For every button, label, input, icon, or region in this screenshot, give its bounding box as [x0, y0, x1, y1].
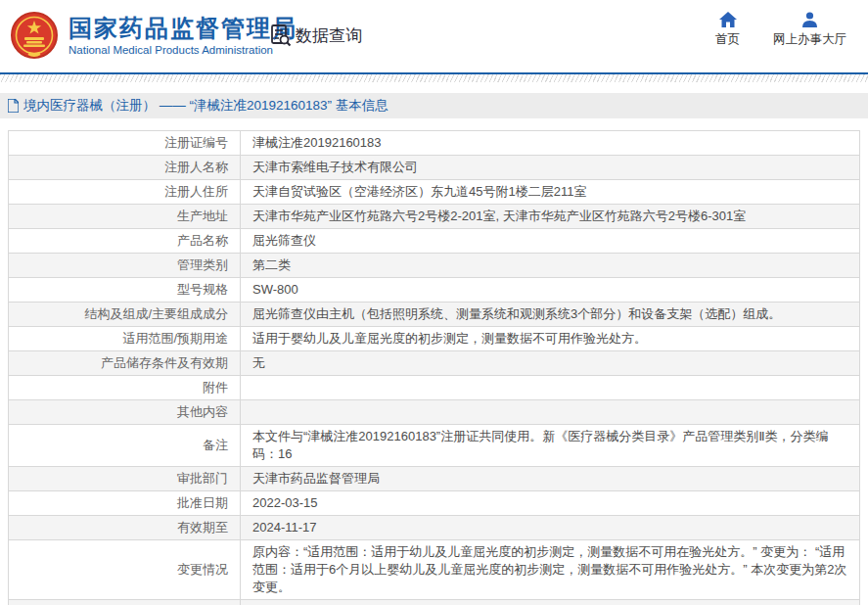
document-icon: [8, 99, 19, 113]
agency-logo[interactable]: 国家药品监督管理局 National Medical Products Admi…: [10, 9, 297, 62]
row-label: 其他内容: [9, 400, 241, 425]
row-value: 无: [241, 351, 860, 376]
table-row: 注 详情: [9, 600, 860, 605]
row-label: 注册人名称: [9, 156, 241, 180]
agency-text: 国家药品监督管理局 National Medical Products Admi…: [69, 15, 297, 56]
row-label: 生产地址: [9, 205, 241, 229]
header: 国家药品监督管理局 National Medical Products Admi…: [0, 0, 868, 72]
row-value: 天津自贸试验区（空港经济区）东九道45号附1楼二层211室: [241, 180, 860, 205]
data-query-tab[interactable]: 数据查询: [270, 23, 362, 47]
row-label: 结构及组成/主要组成成分: [9, 302, 241, 327]
nav-home-label: 首页: [715, 31, 740, 48]
row-value: 津械注准20192160183: [241, 131, 860, 156]
table-row: 变更情况原内容：“适用范围：适用于幼儿及儿童屈光度的初步测定，测量数据不可用在验…: [9, 540, 860, 600]
row-label: 注册人住所: [9, 180, 241, 205]
row-value: 2024-11-17: [241, 516, 860, 540]
table-row: 注册人住所天津自贸试验区（空港经济区）东九道45号附1楼二层211室: [9, 180, 860, 205]
row-label: 审批部门: [9, 467, 241, 491]
table-row: 审批部门天津市药品监督管理局: [9, 467, 860, 491]
row-label: 管理类别: [9, 254, 241, 278]
nav-service-hall-label: 网上办事大厅: [773, 31, 846, 48]
table-row: 备注本文件与“津械注准20192160183”注册证共同使用。新《医疗器械分类目…: [9, 425, 860, 467]
row-label: 产品名称: [9, 229, 241, 254]
table-row: 结构及组成/主要组成成分屈光筛查仪由主机（包括照明系统、测量系统和观测系统3个部…: [9, 302, 860, 327]
row-value: [241, 376, 860, 400]
agency-title: 国家药品监督管理局: [69, 15, 297, 42]
row-label: 注册证编号: [9, 131, 241, 156]
row-value: 详情: [241, 600, 860, 605]
table-row: 生产地址天津市华苑产业区竹苑路六号2号楼2-201室, 天津市华苑产业区竹苑路六…: [9, 205, 860, 229]
person-icon: [801, 12, 818, 27]
row-value: 适用于婴幼儿及儿童屈光度的初步测定，测量数据不可用作验光处方。: [241, 327, 860, 351]
table-row: 有效期至2024-11-17: [9, 516, 860, 540]
table-row: 产品储存条件及有效期无: [9, 351, 860, 376]
row-value: SW-800: [241, 278, 860, 302]
row-value: 屈光筛查仪由主机（包括照明系统、测量系统和观测系统3个部分）和设备支架（选配）组…: [241, 302, 860, 327]
breadcrumb-text: 境内医疗器械（注册） —— “津械注准20192160183” 基本信息: [23, 97, 388, 115]
table-row: 产品名称屈光筛查仪: [9, 229, 860, 254]
table-row: 附件: [9, 376, 860, 400]
breadcrumb: 境内医疗器械（注册） —— “津械注准20192160183” 基本信息: [0, 93, 868, 118]
row-value: 天津市索维电子技术有限公司: [241, 156, 860, 180]
data-query-label: 数据查询: [296, 24, 362, 47]
row-label: 附件: [9, 376, 241, 400]
nav-service-hall[interactable]: 网上办事大厅: [773, 12, 846, 48]
document-search-icon: [270, 23, 292, 47]
row-label: 变更情况: [9, 540, 241, 600]
top-nav: 首页 网上办事大厅: [715, 12, 846, 48]
row-value: 原内容：“适用范围：适用于幼儿及儿童屈光度的初步测定，测量数据不可用在验光处方。…: [241, 540, 860, 600]
row-label: 型号规格: [9, 278, 241, 302]
page: 国家药品监督管理局 National Medical Products Admi…: [0, 0, 868, 605]
national-emblem-icon: [10, 9, 59, 62]
row-label: 适用范围/预期用途: [9, 327, 241, 351]
row-label: 注: [9, 600, 241, 605]
row-label: 备注: [9, 425, 241, 467]
table-row: 管理类别第二类: [9, 254, 860, 278]
row-value: 天津市华苑产业区竹苑路六号2号楼2-201室, 天津市华苑产业区竹苑路六号2号楼…: [241, 205, 860, 229]
table-row: 批准日期2022-03-15: [9, 491, 860, 516]
registration-info-table: 注册证编号津械注准20192160183 注册人名称天津市索维电子技术有限公司 …: [8, 130, 860, 605]
table-row: 适用范围/预期用途适用于婴幼儿及儿童屈光度的初步测定，测量数据不可用作验光处方。: [9, 327, 860, 351]
table-row: 其他内容: [9, 400, 860, 425]
agency-subtitle: National Medical Products Administration: [69, 44, 297, 56]
info-table-body: 注册证编号津械注准20192160183 注册人名称天津市索维电子技术有限公司 …: [9, 131, 860, 605]
row-label: 有效期至: [9, 516, 241, 540]
row-value: 2022-03-15: [241, 491, 860, 516]
table-row: 型号规格SW-800: [9, 278, 860, 302]
row-label: 产品储存条件及有效期: [9, 351, 241, 376]
hatch-stripe: [0, 74, 868, 82]
row-value: 本文件与“津械注准20192160183”注册证共同使用。新《医疗器械分类目录》…: [241, 425, 860, 467]
row-value: 第二类: [241, 254, 860, 278]
table-row: 注册证编号津械注准20192160183: [9, 131, 860, 156]
row-label: 批准日期: [9, 491, 241, 516]
home-icon: [719, 12, 737, 27]
row-value: 天津市药品监督管理局: [241, 467, 860, 491]
nav-home[interactable]: 首页: [715, 12, 740, 48]
table-row: 注册人名称天津市索维电子技术有限公司: [9, 156, 860, 180]
row-value: [241, 400, 860, 425]
row-value: 屈光筛查仪: [241, 229, 860, 254]
